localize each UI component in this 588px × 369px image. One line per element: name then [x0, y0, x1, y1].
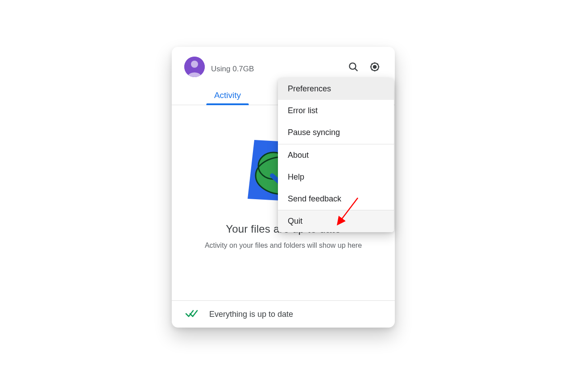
menu-item-help[interactable]: Help	[278, 166, 394, 188]
menu-item-about[interactable]: About	[278, 144, 394, 166]
tab-activity[interactable]: Activity	[172, 87, 283, 105]
footer-status-text: Everything is up to date	[209, 310, 293, 319]
popup-footer: Everything is up to date	[172, 300, 395, 328]
svg-point-4	[373, 66, 377, 69]
settings-menu: Preferences Error list Pause syncing Abo…	[278, 78, 394, 232]
svg-point-1	[191, 61, 198, 68]
menu-item-preferences[interactable]: Preferences	[278, 78, 394, 100]
account-avatar[interactable]	[184, 57, 205, 77]
search-icon[interactable]	[346, 59, 361, 74]
svg-line-3	[355, 69, 357, 71]
popup-header: Using 0.7GB	[172, 47, 395, 81]
menu-item-quit[interactable]: Quit	[278, 210, 394, 232]
storage-usage-label: Using 0.7GB	[211, 60, 340, 74]
menu-item-send-feedback[interactable]: Send feedback	[278, 188, 394, 210]
menu-item-error-list[interactable]: Error list	[278, 100, 394, 122]
gear-icon[interactable]	[367, 59, 382, 74]
status-subtext: Activity on your files and folders will …	[172, 242, 395, 250]
double-check-icon	[185, 309, 199, 320]
menu-item-pause-syncing[interactable]: Pause syncing	[278, 122, 394, 144]
